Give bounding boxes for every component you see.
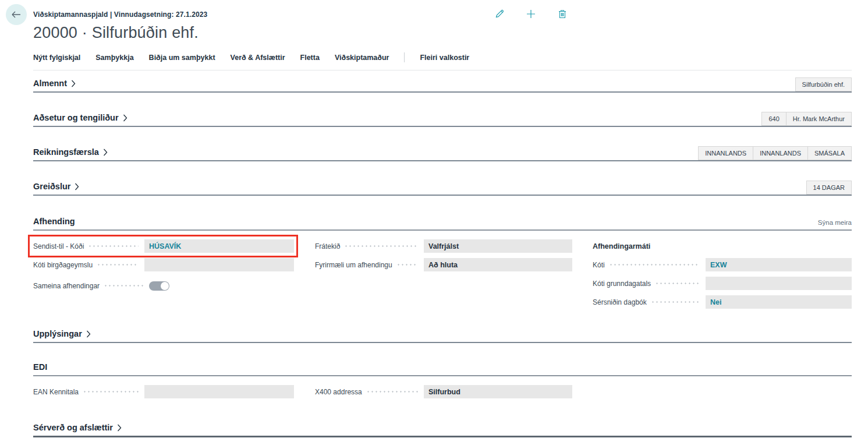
section-almennt-header[interactable]: Almennt	[33, 79, 76, 91]
koti-input[interactable]: EXW	[706, 258, 852, 271]
dotted-leader	[396, 264, 418, 266]
section-title: Upplýsingar	[33, 329, 82, 338]
summary-tile-payment-terms[interactable]: 14 DAGAR	[806, 181, 852, 195]
field-label: Kóti grunndagatals	[593, 280, 651, 288]
dotted-leader	[651, 301, 700, 303]
chevron-right-icon	[86, 330, 91, 338]
field-value: Að hluta	[428, 261, 458, 269]
action-sampykkja[interactable]: Samþykkja	[95, 54, 133, 62]
field-label: Kóti	[593, 261, 605, 269]
field-koti-grunndagatals: Kóti grunndagatals	[593, 277, 852, 290]
field-label: Frátekið	[315, 242, 340, 250]
breadcrumb[interactable]: Viðskiptamannaspjald | Vinnudagsetning: …	[33, 0, 852, 19]
fratekid-select[interactable]: Valfrjálst	[424, 239, 572, 253]
field-fratekid: Frátekið Valfrjálst	[315, 239, 572, 253]
x400-addressa-input[interactable]: Silfurbud	[424, 385, 572, 398]
section-title: Greiðslur	[33, 182, 70, 191]
summary-tile-postcode[interactable]: 640	[761, 112, 786, 126]
show-more-link[interactable]: Sýna meira	[818, 219, 852, 226]
section-title: Aðsetur og tengiliður	[33, 113, 119, 122]
summary-tile-company-name[interactable]: Silfurbúðin ehf.	[795, 77, 852, 91]
field-label: Kóti birgðageymslu	[33, 261, 93, 269]
chevron-right-icon	[103, 149, 108, 156]
sameina-afhendingar-toggle[interactable]	[149, 281, 169, 291]
field-label: Sendist-til - Kóði	[33, 242, 84, 250]
section-reikningsfaersla-header[interactable]: Reikningsfærsla	[33, 147, 108, 160]
edi-fields: EAN Kennitala X400 addressa Silfurbud	[33, 385, 852, 404]
summary-tile-customer-group[interactable]: SMÁSALA	[807, 146, 852, 160]
field-value: EXW	[710, 261, 727, 269]
field-sameina-afhendingar: Sameina afhendingar	[33, 279, 294, 292]
action-vidskiptamadur[interactable]: Viðskiptamaður	[335, 54, 389, 62]
action-fletta[interactable]: Fletta	[300, 54, 320, 62]
section-greidslur-header[interactable]: Greiðslur	[33, 182, 79, 195]
section-adsetur-header[interactable]: Aðsetur og tengiliður	[33, 113, 127, 126]
chevron-right-icon	[75, 183, 79, 190]
action-verd-afslaettir[interactable]: Verð & Afslættir	[231, 54, 285, 62]
field-koti: Kóti EXW	[593, 258, 852, 271]
field-value: Nei	[710, 298, 721, 306]
section-title: Afhending	[33, 217, 75, 226]
field-label: Sérsniðin dagbók	[593, 298, 647, 306]
section-upplysingar-header[interactable]: Upplýsingar	[33, 329, 91, 342]
field-sendist-til-kodi: Sendist-til - Kóði HÚSAVÍK	[33, 239, 294, 253]
field-value: HÚSAVÍK	[149, 242, 181, 250]
chevron-right-icon	[71, 80, 76, 87]
action-bar-divider	[404, 52, 405, 62]
koti-grunndagatals-input[interactable]	[706, 277, 852, 290]
sersnidin-dagbok-select[interactable]: Nei	[706, 295, 852, 309]
back-arrow-icon	[11, 10, 22, 19]
field-label: X400 addressa	[315, 388, 362, 396]
section-serverd: Sérverð og afslættir	[33, 423, 852, 437]
field-fyrirmaeli: Fyrirmæli um afhendingu Að hluta	[315, 258, 572, 271]
dotted-leader	[366, 391, 418, 393]
section-serverd-header[interactable]: Sérverð og afslættir	[33, 423, 122, 436]
koti-birgdageymslu-input[interactable]	[144, 258, 294, 271]
afhending-fields: Sendist-til - Kóði HÚSAVÍK Kóti birgðage…	[33, 239, 852, 314]
field-label: Fyrirmæli um afhendingu	[315, 261, 392, 269]
back-button[interactable]	[6, 4, 27, 25]
chevron-right-icon	[117, 424, 122, 432]
section-title: Reikningsfærsla	[33, 147, 99, 157]
summary-tile-gen-bus-group[interactable]: INNANLANDS	[698, 146, 753, 160]
section-almennt: Almennt Silfurbúðin ehf.	[33, 77, 852, 93]
ean-kennitala-input[interactable]	[144, 385, 294, 398]
field-value: Silfurbud	[428, 388, 460, 396]
fyrirmaeli-select[interactable]: Að hluta	[424, 258, 572, 271]
dotted-leader	[104, 285, 143, 287]
section-title: Sérverð og afslættir	[33, 423, 113, 432]
field-sersnidin-dagbok: Sérsniðin dagbók Nei	[593, 295, 852, 309]
dotted-leader	[83, 391, 139, 393]
dotted-leader	[609, 264, 700, 266]
section-afhending-header[interactable]: Afhending Sýna meira	[33, 217, 852, 231]
sendist-til-kodi-input[interactable]: HÚSAVÍK	[144, 239, 294, 253]
page-title: 20000 · Silfurbúðin ehf.	[33, 24, 852, 42]
group-afhendingarmati: Afhendingarmáti	[593, 239, 852, 253]
group-caption: Afhendingarmáti	[593, 242, 650, 250]
toggle-knob	[161, 282, 169, 290]
section-upplysingar: Upplýsingar	[33, 329, 852, 343]
summary-tile-contact[interactable]: Hr. Mark McArthur	[786, 112, 852, 126]
section-adsetur: Aðsetur og tengiliður 640 Hr. Mark McArt…	[33, 112, 852, 127]
summary-tile-vat-bus-group[interactable]: INNANLANDS	[753, 146, 808, 160]
chevron-right-icon	[123, 114, 127, 122]
action-bar: Nýtt fylgiskjal Samþykkja Biðja um samþy…	[33, 52, 852, 70]
action-fleiri-valkostir[interactable]: Fleiri valkostir	[420, 54, 469, 62]
dotted-leader	[97, 264, 139, 266]
section-greidslur: Greiðslur 14 DAGAR	[33, 181, 852, 196]
section-title: Almennt	[33, 79, 67, 88]
action-bidja-um-sampykkt[interactable]: Biðja um samþykkt	[149, 54, 215, 62]
action-nytt-fylgiskjal[interactable]: Nýtt fylgiskjal	[33, 54, 80, 62]
field-label: EAN Kennitala	[33, 388, 79, 396]
section-edi-header[interactable]: EDI	[33, 362, 852, 376]
field-x400-addressa: X400 addressa Silfurbud	[315, 385, 572, 398]
field-value: Valfrjálst	[428, 242, 459, 250]
field-koti-birgdageymslu: Kóti birgðageymslu	[33, 258, 294, 271]
section-reikningsfaersla: Reikningsfærsla INNANLANDS INNANLANDS SM…	[33, 146, 852, 161]
section-title: EDI	[33, 362, 47, 372]
dotted-leader	[655, 282, 700, 284]
customer-card-page: Viðskiptamannaspjald | Vinnudagsetning: …	[0, 0, 868, 445]
dotted-leader	[88, 245, 139, 247]
field-ean-kennitala: EAN Kennitala	[33, 385, 294, 398]
field-label: Sameina afhendingar	[33, 282, 100, 290]
